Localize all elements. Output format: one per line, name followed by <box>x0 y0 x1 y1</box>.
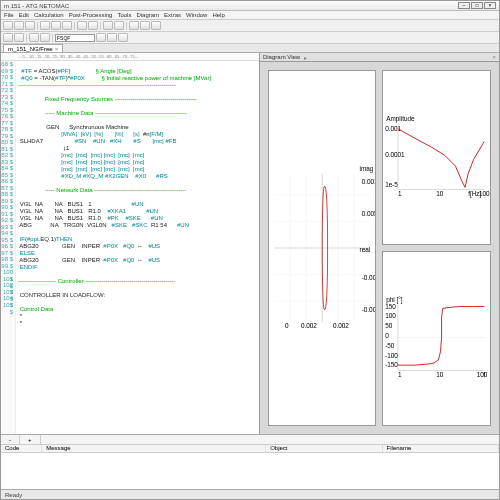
svg-text:-0.005: -0.005 <box>362 274 376 281</box>
tool-icon[interactable] <box>107 33 117 42</box>
col-object: Object <box>266 445 382 452</box>
copy-icon[interactable] <box>51 21 61 30</box>
output-panel: - + Code Message Object Filename <box>1 434 499 489</box>
grid-icon[interactable] <box>140 21 150 30</box>
menu-extras[interactable]: Extras <box>164 12 181 18</box>
plot-amplitude[interactable]: Amplitude 0.001 0.0001 1e-5 1 10 100 f[H… <box>382 70 491 245</box>
svg-text:f: f <box>484 371 486 378</box>
chart-icon[interactable] <box>129 21 139 30</box>
menubar: File Edit Calculation Post-Processing To… <box>1 11 499 20</box>
menu-diagram[interactable]: Diagram <box>136 12 159 18</box>
tool-icon[interactable] <box>3 33 13 42</box>
status-text: Ready <box>5 492 22 498</box>
tool-icon[interactable] <box>29 33 39 42</box>
code-content[interactable]: #TF = ACOS(#PF) § Angle [Deg] #Q0 = -TAN… <box>16 61 259 434</box>
diagram-title: Diagram View ▸ × <box>260 53 499 62</box>
svg-text:f[Hz]: f[Hz] <box>469 190 482 198</box>
tool-icon[interactable] <box>40 33 50 42</box>
menu-help[interactable]: Help <box>212 12 224 18</box>
titlebar: m 151 - ATG NETOMAC – □ × <box>1 1 499 11</box>
svg-text:-150: -150 <box>386 361 399 368</box>
paste-icon[interactable] <box>62 21 72 30</box>
col-message: Message <box>42 445 266 452</box>
plot-phase[interactable]: phi [°] 150 100 50 0 -50 -100 -150 1 10 … <box>382 251 491 426</box>
save-icon[interactable] <box>25 21 35 30</box>
svg-text:1: 1 <box>398 371 402 378</box>
tab-label: m_151_NG/Free <box>8 46 53 52</box>
svg-text:0.002: 0.002 <box>301 322 317 329</box>
toolbar-2: FSQF <box>1 32 499 44</box>
output-tab[interactable]: - <box>1 435 20 444</box>
menu-calculation[interactable]: Calculation <box>34 12 64 18</box>
stop-icon[interactable] <box>114 21 124 30</box>
menu-edit[interactable]: Edit <box>19 12 29 18</box>
svg-text:0.001: 0.001 <box>386 125 402 132</box>
col-filename: Filename <box>383 445 499 452</box>
redo-icon[interactable] <box>88 21 98 30</box>
document-tabs: m_151_NG/Free × <box>1 44 499 53</box>
svg-text:100: 100 <box>386 312 397 319</box>
tool-icon[interactable] <box>14 33 24 42</box>
window-title: m 151 - ATG NETOMAC <box>4 3 69 9</box>
svg-text:10: 10 <box>437 190 445 197</box>
svg-text:50: 50 <box>386 322 394 329</box>
open-icon[interactable] <box>14 21 24 30</box>
run-icon[interactable] <box>103 21 113 30</box>
svg-text:real: real <box>359 246 370 253</box>
menu-file[interactable]: File <box>4 12 14 18</box>
status-bar: Ready <box>1 489 499 499</box>
svg-text:Amplitude: Amplitude <box>387 115 416 123</box>
column-ruler: ....5....10...15...20...25...30...35...4… <box>1 53 259 61</box>
output-tab-add[interactable]: + <box>20 435 41 444</box>
menu-postprocessing[interactable]: Post-Processing <box>69 12 113 18</box>
svg-text:0.0001: 0.0001 <box>386 152 406 159</box>
svg-text:150: 150 <box>386 303 397 310</box>
menu-window[interactable]: Window <box>186 12 207 18</box>
col-code: Code <box>1 445 42 452</box>
output-content[interactable] <box>1 453 499 489</box>
diagram-pin-icon[interactable]: ▸ <box>304 54 307 61</box>
menu-tools[interactable]: Tools <box>117 12 131 18</box>
svg-text:1e-5: 1e-5 <box>386 181 399 188</box>
svg-text:10: 10 <box>437 371 445 378</box>
diagram-view-panel: Diagram View ▸ × Amplitude 0.001 0.0001 … <box>260 53 499 434</box>
tab-close-icon[interactable]: × <box>55 46 59 52</box>
cut-icon[interactable] <box>40 21 50 30</box>
new-icon[interactable] <box>3 21 13 30</box>
settings-icon[interactable] <box>151 21 161 30</box>
svg-text:0.002: 0.002 <box>333 322 349 329</box>
svg-text:0.001: 0.001 <box>362 178 376 185</box>
dropdown-fsqf[interactable]: FSQF <box>55 34 95 42</box>
tab-document[interactable]: m_151_NG/Free × <box>3 44 63 52</box>
code-editor[interactable]: ....5....10...15...20...25...30...35...4… <box>1 53 260 434</box>
maximize-button[interactable]: □ <box>471 2 483 9</box>
tool-icon[interactable] <box>96 33 106 42</box>
tool-icon[interactable] <box>118 33 128 42</box>
svg-text:0: 0 <box>285 322 289 329</box>
svg-text:-100: -100 <box>386 352 399 359</box>
svg-text:-0.001: -0.001 <box>362 306 376 313</box>
diagram-close-icon[interactable]: × <box>492 54 496 60</box>
plot-nyquist[interactable]: imag 0.001 0.005 -0.005 -0.001 real 0 0.… <box>268 70 377 426</box>
svg-text:1: 1 <box>398 190 402 197</box>
undo-icon[interactable] <box>77 21 87 30</box>
svg-text:imag: imag <box>359 165 373 173</box>
toolbar-1 <box>1 20 499 32</box>
svg-text:0: 0 <box>386 333 390 340</box>
svg-text:-50: -50 <box>386 342 396 349</box>
minimize-button[interactable]: – <box>458 2 470 9</box>
close-button[interactable]: × <box>484 2 496 9</box>
line-gutter: 68 $69 $70 $71 $72 $73 $74 $75 $76 $77 $… <box>1 61 16 434</box>
svg-text:0.005: 0.005 <box>362 210 376 217</box>
